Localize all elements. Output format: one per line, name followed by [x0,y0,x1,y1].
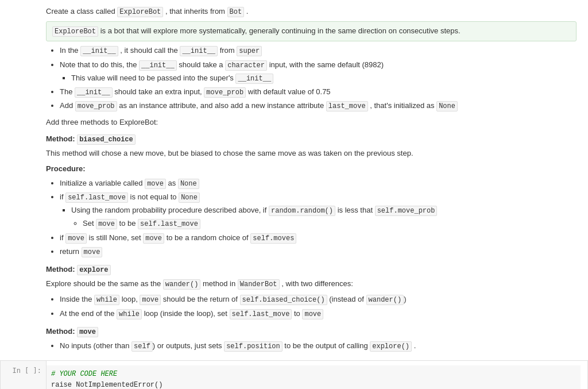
code-self-last-move-2: self.last_move [138,219,200,229]
method-move-title: Method: move [46,326,577,338]
code-wander-2: wander() [366,295,404,305]
code-none-3: None [179,192,200,203]
code-character: character [225,60,267,71]
method-explore-desc: Explore should be the same as the wander… [46,278,577,290]
explore-bullet-1: Inside the while loop, move should be th… [60,294,577,306]
notebook-container: Create a class called ExploreBot , that … [0,0,588,389]
highlight-code: ExploreBot [52,26,98,35]
biased-bullet-1: Initialize a variable called move as Non… [60,178,577,190]
code-move-7: move [302,309,323,319]
sub-bullets-1: This value will need to be passed into t… [71,72,577,84]
move-bullet-1: No inputs (other than self) or outputs, … [60,340,577,352]
code-wanderbot: WanderBot [238,279,280,290]
biased-bullet-2: if self.last_move is not equal to None U… [60,191,577,230]
cell-label-1: In [ ]: [1,361,47,389]
bullet-character: Note that to do this, the __init__ shoul… [60,59,577,84]
intro-para: Create a class called ExploreBot , that … [46,6,577,18]
explore-bullet-2: At the end of the while loop (inside the… [60,308,577,320]
bullet-last-move: Add move_prob as an instance attribute, … [60,100,577,112]
add-methods-para: Add three methods to ExploreBot: [46,117,577,129]
method-biased-code: biased_choice [77,134,136,145]
code-none-2: None [178,179,199,189]
code-none-1: None [436,101,458,111]
method-biased-title: Method: biased_choice [46,133,577,145]
biased-sub-bullet-1: Using the random probability procedure d… [71,205,577,230]
biased-sub-sub-1: Set move to be self.last_move [83,218,577,230]
code-super: super [237,46,262,56]
code-while-1: while [94,295,119,305]
code-move-3: move [65,233,87,244]
code-move-prob-1: move_prob [204,87,246,98]
highlight-description: ExploreBot is a bot that will explore mo… [46,21,577,41]
cell-label-text: In [ ]: [12,367,41,375]
code-biased-choice: self.biased_choice() [240,295,327,305]
class-explorebot-inline: ExploreBot [117,7,163,17]
method-explore-title: Method: explore [46,264,577,276]
code-move-6: move [140,295,161,305]
code-self-last-move: self.last_move [65,192,128,203]
biased-sub-1: Using the random probability procedure d… [71,205,577,230]
code-init-5: __init__ [75,87,113,98]
code-wander: wander() [163,279,201,290]
code-random: random.random() [269,206,335,216]
code-self-position: self.position [224,341,283,352]
code-move-5: move [82,247,103,257]
method-explore-code: explore [77,265,110,275]
bullet-move-prob: The __init__ should take an extra input,… [60,86,577,98]
explore-bullets: Inside the while loop, move should be th… [60,294,577,319]
code-while-2: while [117,309,142,319]
code-move-prob-2: move_prob [75,101,117,111]
code-init-4: __init__ [235,74,273,84]
code-comment: # YOUR CODE HERE [51,370,117,378]
method-biased-desc: This method will chose a new move, but b… [46,148,577,160]
sub-bullet-pass: This value will need to be passed into t… [71,72,577,84]
code-init-3: __init__ [139,60,177,71]
code-explore: explore() [370,341,412,352]
method-move-code: move [77,327,98,337]
biased-bullets: Initialize a variable called move as Non… [60,178,577,258]
code-self: self [131,341,153,352]
code-self-last-move-3: self.last_move [230,309,292,319]
code-self-moves: self.moves [250,233,296,244]
instructions-cell: Create a class called ExploreBot , that … [0,0,588,360]
code-self-move-prob: self.move_prob [375,206,438,216]
biased-bullet-3: if move is still None, set move to be a … [60,232,577,244]
init-bullets: In the __init__ , it should call the __i… [60,45,577,112]
biased-sub-sub-bullet-1: Set move to be self.last_move [83,218,577,230]
code-init-1: __init__ [80,46,118,56]
code-last-move: last_move [326,101,368,111]
move-bullets: No inputs (other than self) or outputs, … [60,340,577,352]
code-move-4: move [143,233,164,244]
class-bot-inline: Bot [227,7,245,17]
code-raise: raise NotImplementedError() [51,381,163,389]
cell-input[interactable]: # YOUR CODE HERE raise NotImplementedErr… [47,361,587,389]
biased-bullet-4: return move [60,246,577,258]
code-move-2: move [96,219,117,229]
code-cell[interactable]: In [ ]: # YOUR CODE HERE raise NotImplem… [0,360,588,389]
code-init-2: __init__ [180,46,218,56]
procedure-label: Procedure: [46,163,577,175]
bullet-init-call: In the __init__ , it should call the __i… [60,45,577,57]
code-move-1: move [145,179,166,189]
code-content: # YOUR CODE HERE raise NotImplementedErr… [47,365,581,389]
